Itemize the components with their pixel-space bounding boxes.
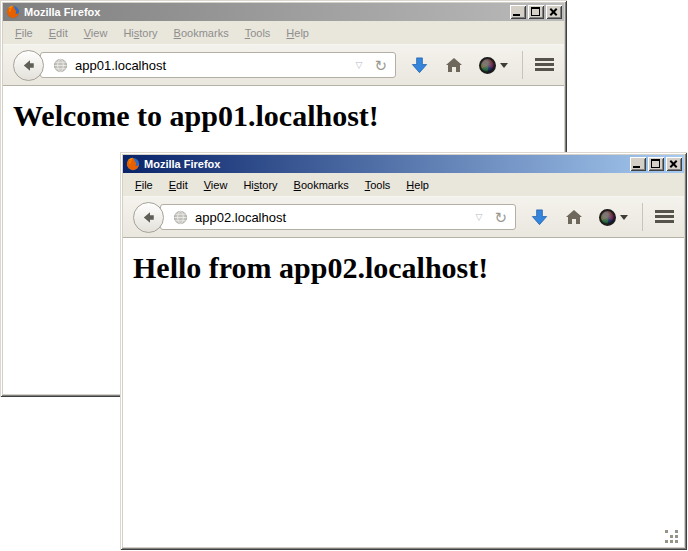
page-heading: Welcome to app01.localhost! <box>13 99 564 133</box>
home-icon[interactable] <box>565 208 583 226</box>
titlebar[interactable]: Mozilla Firefox <box>3 3 564 21</box>
url-input[interactable] <box>195 210 467 225</box>
menu-item-help[interactable]: Help <box>278 23 317 43</box>
color-wheel-menu-button[interactable] <box>599 209 628 226</box>
reload-icon[interactable]: ↻ <box>371 58 390 73</box>
menu-item-history[interactable]: History <box>115 23 165 43</box>
color-wheel-icon <box>599 209 616 226</box>
menu-bar: FileEditViewHistoryBookmarksToolsHelp <box>3 21 564 44</box>
menu-item-view[interactable]: View <box>76 23 116 43</box>
download-arrow-icon[interactable] <box>530 208 549 227</box>
menu-item-bookmarks[interactable]: Bookmarks <box>166 23 237 43</box>
window-controls <box>630 157 682 171</box>
titlebar[interactable]: Mozilla Firefox <box>123 155 684 173</box>
browser-window-app02: Mozilla Firefox FileEditViewHistoryBookm… <box>120 152 687 550</box>
menu-item-edit[interactable]: Edit <box>41 23 76 43</box>
menu-item-tools[interactable]: Tools <box>357 175 399 195</box>
menu-item-view[interactable]: View <box>196 175 236 195</box>
menu-item-file[interactable]: File <box>127 175 161 195</box>
toolbar-separator <box>642 203 643 231</box>
menu-item-edit[interactable]: Edit <box>161 175 196 195</box>
reload-icon[interactable]: ↻ <box>491 210 510 225</box>
url-input[interactable] <box>75 58 347 73</box>
toolbar-separator <box>522 51 523 79</box>
page-heading: Hello from app02.localhost! <box>133 251 684 285</box>
resize-grip[interactable] <box>665 530 668 533</box>
close-button[interactable] <box>546 5 562 19</box>
page-content: Hello from app02.localhost! <box>123 238 684 547</box>
minimize-button[interactable] <box>510 5 526 19</box>
window-controls <box>510 5 562 19</box>
window-title: Mozilla Firefox <box>24 3 506 21</box>
url-bar[interactable]: ▽ ↻ <box>40 52 396 78</box>
menu-item-history[interactable]: History <box>235 175 285 195</box>
chevron-down-icon <box>500 63 508 72</box>
globe-icon <box>53 58 68 73</box>
home-icon[interactable] <box>445 56 463 74</box>
url-history-dropdown-icon[interactable]: ▽ <box>474 212 485 222</box>
navigation-toolbar: ▽ ↻ <box>3 44 564 86</box>
url-bar[interactable]: ▽ ↻ <box>160 204 516 230</box>
back-arrow-icon <box>21 58 36 73</box>
toolbar-buttons <box>530 203 674 231</box>
menu-hamburger-icon[interactable] <box>535 58 554 72</box>
maximize-button[interactable] <box>648 157 664 171</box>
close-button[interactable] <box>666 157 682 171</box>
maximize-icon <box>651 159 660 168</box>
minimize-button[interactable] <box>630 157 646 171</box>
close-icon <box>669 159 678 168</box>
window-title: Mozilla Firefox <box>144 155 626 173</box>
menu-item-bookmarks[interactable]: Bookmarks <box>286 175 357 195</box>
menu-bar: FileEditViewHistoryBookmarksToolsHelp <box>123 173 684 196</box>
firefox-logo-icon <box>126 157 140 171</box>
back-arrow-icon <box>141 210 156 225</box>
back-button[interactable] <box>13 50 44 81</box>
url-history-dropdown-icon[interactable]: ▽ <box>354 60 365 70</box>
globe-icon <box>173 210 188 225</box>
chevron-down-icon <box>620 215 628 224</box>
toolbar-buttons <box>410 51 554 79</box>
minimize-icon <box>513 14 520 16</box>
navigation-toolbar: ▽ ↻ <box>123 196 684 238</box>
menu-hamburger-icon[interactable] <box>655 210 674 224</box>
menu-item-file[interactable]: File <box>7 23 41 43</box>
color-wheel-menu-button[interactable] <box>479 57 508 74</box>
maximize-button[interactable] <box>528 5 544 19</box>
back-button[interactable] <box>133 202 164 233</box>
maximize-icon <box>531 7 540 16</box>
menu-item-tools[interactable]: Tools <box>237 23 279 43</box>
download-arrow-icon[interactable] <box>410 56 429 75</box>
color-wheel-icon <box>479 57 496 74</box>
firefox-logo-icon <box>6 5 20 19</box>
minimize-icon <box>633 166 640 168</box>
close-icon <box>549 7 558 16</box>
menu-item-help[interactable]: Help <box>398 175 437 195</box>
